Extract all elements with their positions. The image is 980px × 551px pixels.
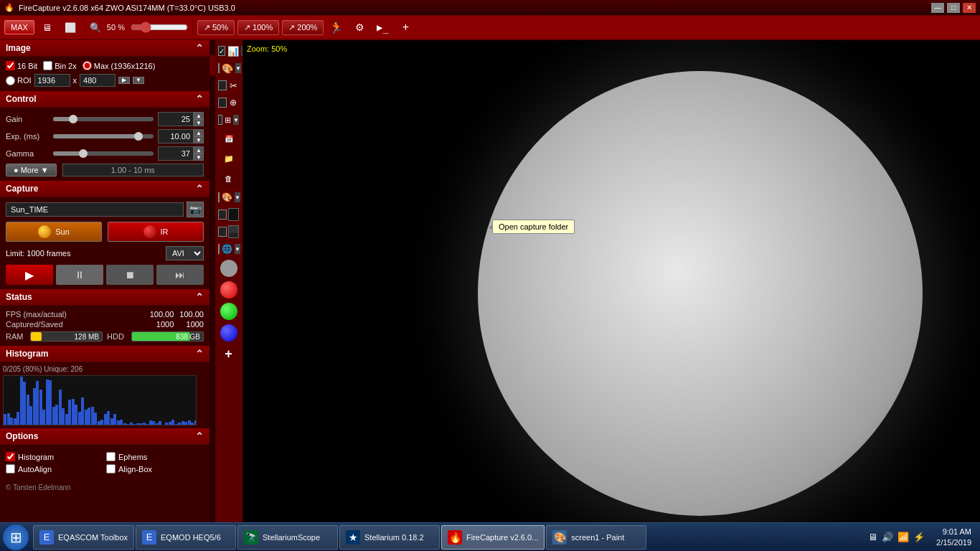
vt-check-5[interactable] [218, 209, 227, 220]
taskbar-app-firecapture[interactable]: 🔥 FireCapture v2.6.0... [441, 525, 545, 550]
taskbar-app-stellarium[interactable]: ★ Stellarium 0.18.2 [339, 525, 440, 550]
roi-arrow-btn-right[interactable]: ▶ [118, 77, 130, 84]
vt-dropdown-4[interactable]: ▼ [235, 192, 240, 202]
terminal-button[interactable]: ▶_ [372, 19, 392, 36]
gamma-spin-up[interactable]: ▲ [194, 146, 204, 154]
histogram-option-checkbox[interactable] [6, 452, 15, 461]
ir-target-button[interactable]: IR [108, 222, 204, 242]
system-clock[interactable]: 9:01 AM 2/15/2019 [936, 527, 971, 547]
autoalign-option-label[interactable]: AutoAlign [6, 464, 103, 474]
vt-dot-999[interactable] [220, 260, 237, 277]
vt-plus-button[interactable]: + [218, 344, 240, 363]
max-radio[interactable] [83, 61, 92, 70]
vt-dropdown-7[interactable]: ▼ [235, 244, 240, 254]
bit16-checkbox[interactable] [6, 61, 15, 70]
roi-dropdown-btn[interactable]: ▼ [133, 77, 144, 84]
exp-value-input[interactable] [158, 129, 194, 143]
image-collapse-btn[interactable]: ⌃ [195, 42, 204, 54]
vt-globe-button[interactable]: 🌐 [221, 242, 233, 255]
maximize-button[interactable]: □ [947, 3, 960, 13]
vt-dot-blue[interactable] [220, 324, 237, 342]
vt-check-grid[interactable] [218, 115, 222, 125]
roi-radio[interactable] [6, 76, 15, 85]
camera-button[interactable]: 📷 [187, 202, 204, 217]
display-mode-button[interactable]: 🖥 [37, 19, 57, 36]
capture-filename-input[interactable] [6, 202, 184, 217]
gamma-slider-thumb[interactable] [79, 149, 88, 158]
vt-check-scissors[interactable] [218, 80, 227, 90]
vt-target-button[interactable]: ⊕ [228, 96, 239, 109]
roi-height-input[interactable] [80, 74, 116, 87]
gain-spin-up[interactable]: ▲ [194, 112, 204, 119]
vt-calendar-button[interactable]: 📅 [218, 129, 240, 148]
zoom-200-button[interactable]: ↗ 200% [282, 20, 324, 35]
vt-check-1[interactable]: ✓ [218, 46, 225, 56]
sun-target-button[interactable]: Sun [6, 222, 102, 242]
zoom-100-button[interactable]: ↗ 100% [237, 20, 279, 35]
ephems-option-checkbox[interactable] [106, 452, 116, 461]
histogram-collapse-btn[interactable]: ⌃ [195, 348, 204, 359]
max-button[interactable]: MAX [4, 20, 34, 34]
capture-collapse-btn[interactable]: ⌃ [195, 183, 204, 194]
settings-button[interactable]: ⚙ [349, 19, 369, 36]
gain-value-input[interactable] [158, 112, 194, 126]
vt-check-4[interactable] [218, 192, 220, 202]
stop-button[interactable]: ⏹ [106, 265, 154, 285]
format-select[interactable]: AVI SER [166, 246, 204, 260]
start-button[interactable]: ⊞ [3, 524, 29, 550]
exp-spin-down[interactable]: ▼ [194, 136, 204, 143]
ephems-option-label[interactable]: Ephems [106, 452, 204, 461]
vt-color-button[interactable]: 🎨 [221, 62, 234, 75]
display-mode2-button[interactable]: ⬜ [60, 19, 80, 36]
vt-dot-red[interactable] [220, 281, 237, 298]
vt-check-3[interactable] [218, 98, 227, 108]
bin2x-checkbox[interactable] [43, 61, 52, 70]
skip-button[interactable]: ⏭ [156, 265, 204, 285]
exp-slider-thumb[interactable] [134, 132, 143, 141]
taskbar-app-paint[interactable]: 🎨 screen1 - Paint [546, 525, 646, 550]
vt-color2-button[interactable]: 🎨 [221, 191, 233, 204]
bin2x-checkbox-label[interactable]: Bin 2x [43, 61, 77, 70]
gamma-value-input[interactable] [158, 146, 194, 161]
vt-scissors-button[interactable]: ✂ [228, 79, 239, 92]
zoom-50-button[interactable]: ↗ 50% [197, 20, 235, 35]
add-button[interactable]: + [395, 19, 415, 36]
pause-button[interactable]: ⏸ [56, 265, 103, 285]
scrollbar-thumb[interactable] [209, 55, 215, 76]
taskbar-app-stellariumscope[interactable]: 🔭 StellariumScope [237, 525, 338, 550]
vt-dot-green[interactable] [220, 303, 237, 320]
taskbar-app-eqascom[interactable]: E EQASCOM Toolbox [33, 525, 134, 550]
record-button[interactable]: ▶ [6, 265, 53, 285]
gain-spin-down[interactable]: ▼ [194, 119, 204, 126]
vt-grid-button[interactable]: ⊞ [224, 113, 232, 126]
max-radio-label[interactable]: Max (1936x1216) [83, 61, 156, 70]
status-collapse-btn[interactable]: ⌃ [195, 291, 204, 303]
zoom-slider[interactable] [131, 22, 188, 33]
exp-spin-up[interactable]: ▲ [194, 129, 204, 136]
alignbox-option-checkbox[interactable] [106, 464, 116, 474]
vt-folder-button[interactable]: 📁 [218, 149, 240, 168]
histogram-option-label[interactable]: Histogram [6, 452, 103, 461]
vt-dropdown-grid[interactable]: ▼ [233, 115, 239, 125]
run-button[interactable]: 🏃 [326, 19, 347, 36]
vt-chart-button[interactable]: 📊 [227, 44, 240, 57]
minimize-button[interactable]: — [931, 3, 944, 13]
vt-dropdown-2[interactable]: ▼ [235, 63, 241, 73]
options-collapse-btn[interactable]: ⌃ [195, 430, 204, 442]
close-button[interactable]: ✕ [963, 3, 976, 13]
roi-radio-label[interactable]: ROI [6, 76, 32, 85]
roi-width-input[interactable] [34, 74, 70, 87]
gain-slider-thumb[interactable] [69, 115, 77, 123]
vt-gray-square[interactable] [228, 225, 239, 238]
vt-black-square[interactable] [228, 208, 239, 221]
gamma-spin-down[interactable]: ▼ [194, 154, 204, 161]
more-button[interactable]: ● More ▼ [6, 164, 57, 176]
taskbar-app-eqmod[interactable]: E EQMOD HEQ5/6 [136, 525, 236, 550]
vt-check-2[interactable] [218, 63, 220, 73]
vt-check-7[interactable] [218, 244, 220, 254]
autoalign-option-checkbox[interactable] [6, 464, 15, 474]
left-panel-scrollbar[interactable] [209, 40, 215, 547]
bit16-checkbox-label[interactable]: 16 Bit [6, 61, 37, 70]
alignbox-option-label[interactable]: Align-Box [106, 464, 204, 474]
control-collapse-btn[interactable]: ⌃ [195, 93, 204, 105]
